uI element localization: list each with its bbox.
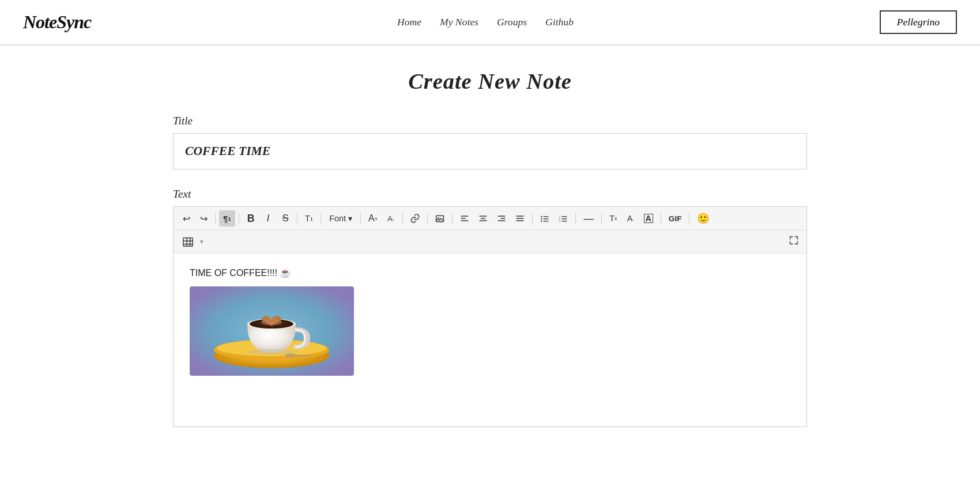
image-button[interactable] (431, 210, 448, 226)
ordered-list-button[interactable]: 1. 2. 3. (555, 210, 572, 226)
coffee-image (190, 286, 790, 376)
svg-rect-26 (183, 237, 193, 246)
text-label: Text (173, 188, 807, 201)
italic-button[interactable]: I (260, 210, 276, 226)
bold-button[interactable]: B (243, 210, 259, 226)
align-right-button[interactable] (493, 210, 510, 226)
editor-content-text: TIME OF COFFEE!!!! ☕ (190, 267, 790, 278)
sep4 (321, 213, 321, 224)
redo-button[interactable]: ↪ (195, 210, 212, 226)
sep9 (532, 213, 533, 224)
justify-button[interactable] (511, 210, 529, 226)
nav-my-notes[interactable]: My Notes (440, 16, 478, 28)
navbar: NoteSync Home My Notes Groups Github Pel… (0, 0, 980, 46)
toolbar-row1: ↩ ↪ ¶1 B I S T1 Font ▾ A+ A- (174, 207, 806, 231)
sep2 (239, 213, 239, 224)
sep7 (427, 213, 428, 224)
nav-groups[interactable]: Groups (497, 16, 527, 28)
svg-text:3.: 3. (559, 220, 561, 222)
sep8 (452, 213, 453, 224)
sep11 (601, 213, 602, 224)
heading-button[interactable]: ¶1 (219, 210, 235, 226)
clear-format-button[interactable]: Tx (605, 210, 621, 226)
editor-body[interactable]: TIME OF COFFEE!!!! ☕ (174, 254, 806, 426)
svg-point-18 (541, 221, 542, 222)
user-button[interactable]: Pellegrino (880, 10, 957, 34)
superscript-button[interactable]: T1 (301, 210, 317, 226)
sep5 (360, 213, 361, 224)
font-dropdown[interactable]: Font ▾ (325, 210, 357, 226)
page-title: Create New Note (173, 69, 807, 94)
nav-home[interactable]: Home (397, 16, 421, 28)
fullscreen-button[interactable] (786, 233, 802, 250)
align-center-button[interactable] (474, 210, 492, 226)
editor-container: ↩ ↪ ¶1 B I S T1 Font ▾ A+ A- (173, 206, 807, 427)
sep6 (402, 213, 403, 224)
table-button[interactable] (178, 234, 198, 250)
font-size-up-button[interactable]: A+ (364, 210, 382, 226)
svg-point-14 (541, 216, 542, 217)
svg-rect-0 (436, 216, 444, 221)
svg-point-37 (261, 319, 282, 325)
undo-button[interactable]: ↩ (178, 210, 194, 226)
emoji-button[interactable]: 🙂 (693, 210, 714, 226)
bullet-list-button[interactable] (536, 210, 553, 226)
subscript-button[interactable]: A. (623, 210, 639, 226)
main-content: Create New Note Title Text ↩ ↪ ¶1 B I S … (156, 46, 824, 450)
sep1 (215, 213, 216, 224)
svg-rect-40 (293, 355, 311, 357)
title-input[interactable] (173, 133, 807, 169)
hr-button[interactable]: — (579, 210, 598, 226)
strikethrough-button[interactable]: S (277, 210, 293, 226)
title-label: Title (173, 115, 807, 127)
align-left-button[interactable] (456, 210, 473, 226)
text-background-button[interactable]: A (640, 210, 657, 226)
link-button[interactable] (406, 210, 424, 226)
toolbar-row2: ▾ (174, 231, 806, 254)
font-size-down-button[interactable]: A- (383, 210, 399, 226)
table-label: ▾ (200, 238, 203, 246)
sep13 (689, 213, 689, 224)
sep10 (575, 213, 576, 224)
gif-button[interactable]: GIF (665, 210, 686, 226)
sep3 (297, 213, 297, 224)
sep12 (661, 213, 661, 224)
app-logo: NoteSync (23, 12, 91, 33)
nav-github[interactable]: Github (545, 16, 574, 28)
nav-links: Home My Notes Groups Github (397, 16, 574, 28)
svg-point-16 (541, 218, 542, 220)
